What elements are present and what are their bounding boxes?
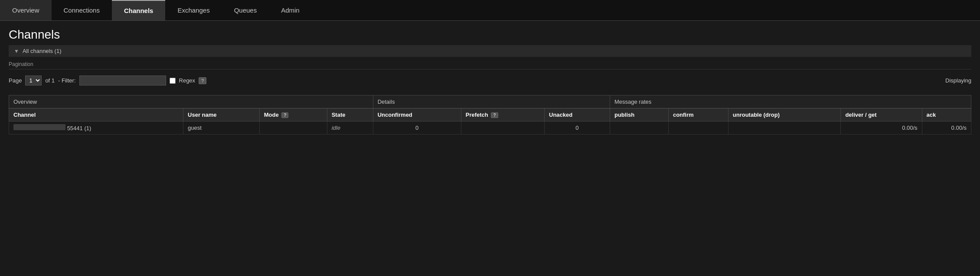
nav-item-queues[interactable]: Queues bbox=[222, 0, 269, 20]
nav-item-admin[interactable]: Admin bbox=[269, 0, 312, 20]
regex-checkbox[interactable] bbox=[170, 78, 176, 84]
cell-mode bbox=[259, 122, 327, 135]
cell-ack: 0.00/s bbox=[922, 122, 971, 135]
channel-blurred bbox=[13, 124, 65, 130]
group-header-overview: Overview bbox=[9, 95, 373, 108]
col-header-mode: Mode ? bbox=[259, 108, 327, 122]
group-header-details: Details bbox=[373, 95, 610, 108]
nav-item-overview[interactable]: Overview bbox=[0, 0, 52, 20]
page-content: Channels ▼ All channels (1) Pagination P… bbox=[0, 21, 980, 141]
col-header-publish: publish bbox=[610, 108, 668, 122]
col-header-user-name: User name bbox=[183, 108, 260, 122]
cell-state: idle bbox=[327, 122, 373, 135]
col-header-deliver-get: deliver / get bbox=[841, 108, 922, 122]
pagination-label: Pagination bbox=[9, 61, 971, 69]
cell-confirm bbox=[668, 122, 728, 135]
col-header-confirm: confirm bbox=[668, 108, 728, 122]
cell-unacked: 0 bbox=[545, 122, 610, 135]
cell-user-name: guest bbox=[183, 122, 260, 135]
state-idle-label: idle bbox=[332, 125, 340, 131]
page-title: Channels bbox=[9, 28, 971, 42]
col-header-state: State bbox=[327, 108, 373, 122]
cell-publish bbox=[610, 122, 668, 135]
nav-item-connections[interactable]: Connections bbox=[52, 0, 112, 20]
cell-unconfirmed: 0 bbox=[373, 122, 461, 135]
all-channels-section-header[interactable]: ▼ All channels (1) bbox=[9, 45, 971, 57]
col-header-prefetch: Prefetch ? bbox=[461, 108, 544, 122]
filter-label: - Filter: bbox=[58, 77, 75, 84]
cell-unroutable-drop bbox=[728, 122, 841, 135]
nav-label-channels: Channels bbox=[124, 7, 154, 14]
section-arrow-icon: ▼ bbox=[14, 48, 19, 54]
channels-table: Overview Details Message rates Channel U… bbox=[9, 95, 971, 135]
section-title: All channels (1) bbox=[23, 48, 62, 54]
prefetch-help-icon[interactable]: ? bbox=[491, 112, 498, 118]
regex-help-button[interactable]: ? bbox=[199, 77, 206, 84]
of-label: of 1 bbox=[45, 77, 55, 84]
nav-label-exchanges: Exchanges bbox=[177, 7, 209, 14]
nav-label-overview: Overview bbox=[12, 7, 39, 14]
col-header-unroutable-drop: unroutable (drop) bbox=[728, 108, 841, 122]
top-nav: Overview Connections Channels Exchanges … bbox=[0, 0, 980, 21]
cell-deliver-get: 0.00/s bbox=[841, 122, 922, 135]
filter-input[interactable] bbox=[79, 76, 166, 85]
cell-channel[interactable]: 55441 (1) bbox=[9, 122, 183, 135]
displaying-label: Displaying bbox=[945, 77, 971, 84]
nav-item-channels[interactable]: Channels bbox=[112, 0, 166, 20]
page-select[interactable]: 1 bbox=[25, 76, 42, 85]
nav-label-connections: Connections bbox=[64, 7, 100, 14]
cell-prefetch bbox=[461, 122, 544, 135]
mode-help-icon[interactable]: ? bbox=[281, 112, 288, 118]
pagination-controls: Page 1 of 1 - Filter: Regex ? Displaying bbox=[9, 71, 971, 90]
page-label: Page bbox=[9, 77, 22, 84]
col-header-row: Channel User name Mode ? State Unconfirm… bbox=[9, 108, 971, 122]
table-row: 55441 (1) guest idle 0 0 0.00/s 0.00/s bbox=[9, 122, 971, 135]
group-header-row: Overview Details Message rates bbox=[9, 95, 971, 108]
col-header-channel: Channel bbox=[9, 108, 183, 122]
col-header-ack: ack bbox=[922, 108, 971, 122]
nav-label-queues: Queues bbox=[234, 7, 257, 14]
nav-label-admin: Admin bbox=[281, 7, 300, 14]
regex-label: Regex bbox=[179, 77, 196, 84]
nav-item-exchanges[interactable]: Exchanges bbox=[165, 0, 222, 20]
col-header-unconfirmed: Unconfirmed bbox=[373, 108, 461, 122]
col-header-unacked: Unacked bbox=[545, 108, 610, 122]
group-header-message-rates: Message rates bbox=[610, 95, 971, 108]
